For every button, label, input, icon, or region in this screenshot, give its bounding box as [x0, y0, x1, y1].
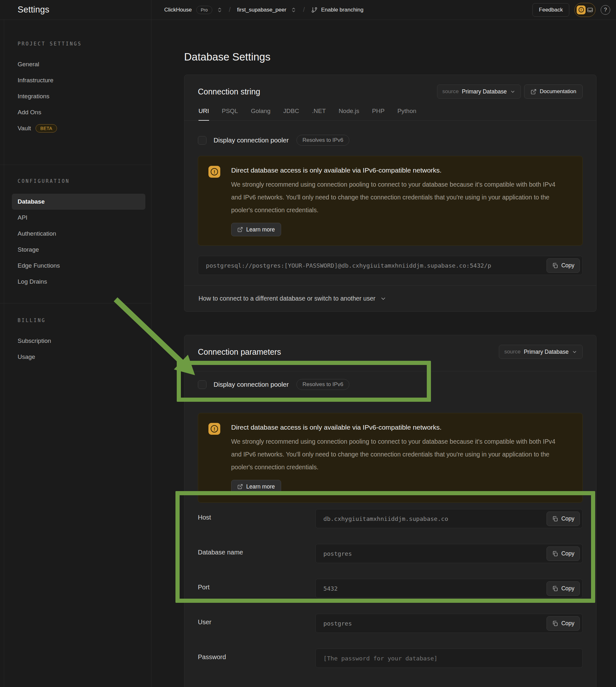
- documentation-label: Documentation: [540, 88, 576, 95]
- pooler-label: Display connection pooler: [214, 381, 289, 388]
- display-connection-pooler-checkbox[interactable]: [198, 380, 206, 389]
- display-connection-pooler-checkbox[interactable]: [198, 136, 206, 145]
- learn-more-button[interactable]: Learn more: [231, 480, 281, 493]
- copy-button[interactable]: Copy: [547, 581, 580, 596]
- copy-button[interactable]: Copy: [547, 512, 580, 526]
- external-link-icon: [237, 484, 243, 489]
- copy-button[interactable]: Copy: [547, 547, 580, 561]
- page-header-title: Settings: [18, 5, 49, 15]
- chevron-down-icon: [380, 295, 387, 302]
- tab-golang[interactable]: Golang: [251, 108, 270, 121]
- notifications-button[interactable]: !: [574, 3, 595, 17]
- breadcrumb-divider: /: [301, 6, 307, 14]
- sidebar-item-integrations[interactable]: Integrations: [18, 88, 138, 104]
- sidebar-item-storage[interactable]: Storage: [18, 242, 138, 258]
- database-name-row: Database name Copy: [198, 544, 583, 563]
- enable-branching-button[interactable]: Enable branching: [311, 7, 364, 13]
- learn-more-label: Learn more: [246, 483, 275, 490]
- breadcrumb: ClickHouse Pro / first_supabase_peer / E…: [151, 0, 532, 20]
- enable-branching-label: Enable branching: [321, 7, 364, 13]
- sidebar-section-project-settings: PROJECT SETTINGS General Infrastructure …: [0, 20, 151, 164]
- copy-label: Copy: [561, 515, 574, 522]
- sidebar-item-general[interactable]: General: [18, 56, 138, 72]
- sidebar-item-api[interactable]: API: [18, 210, 138, 226]
- sidebar-item-infrastructure[interactable]: Infrastructure: [18, 72, 138, 88]
- warning-icon: !: [208, 166, 220, 178]
- app-window: Settings ClickHouse Pro / first_supabase…: [0, 0, 616, 687]
- user-input[interactable]: [316, 614, 582, 633]
- warning-icon: !: [208, 423, 220, 435]
- sidebar-item-subscription[interactable]: Subscription: [18, 333, 138, 349]
- port-input[interactable]: [316, 579, 582, 598]
- connection-parameter-fields: Host Copy Database name: [198, 509, 583, 668]
- help-button[interactable]: ?: [601, 5, 610, 15]
- chevrons-up-down-icon[interactable]: [217, 7, 222, 13]
- sidebar-item-edge-functions[interactable]: Edge Functions: [18, 258, 138, 274]
- breadcrumb-org[interactable]: ClickHouse: [164, 7, 192, 13]
- tab-uri[interactable]: URI: [198, 108, 209, 121]
- source-select-prefix: source: [504, 349, 521, 355]
- chevrons-up-down-icon[interactable]: [291, 7, 296, 13]
- header-actions: Feedback ! ?: [532, 0, 616, 20]
- left-rail-divider: [4, 0, 4, 687]
- host-input[interactable]: [316, 509, 582, 528]
- git-branch-icon: [311, 7, 317, 13]
- section-label: CONFIGURATION: [18, 178, 138, 184]
- copy-icon: [552, 585, 558, 592]
- tab-nodejs[interactable]: Node.js: [339, 108, 359, 121]
- pooler-row: Display connection pooler Resolves to IP…: [198, 135, 583, 146]
- source-select[interactable]: source Primary Database: [499, 345, 583, 359]
- copy-button[interactable]: Copy: [547, 258, 580, 273]
- tab-jdbc[interactable]: JDBC: [283, 108, 299, 121]
- source-select-prefix: source: [442, 88, 459, 95]
- card-title: Connection string: [198, 87, 260, 96]
- source-select-value: Primary Database: [524, 349, 569, 355]
- connection-help-toggle[interactable]: How to connect to a different database o…: [184, 285, 596, 311]
- ipv6-warning: ! Direct database access is only availab…: [198, 413, 583, 503]
- learn-more-button[interactable]: Learn more: [231, 223, 281, 236]
- connection-string-card: Connection string source Primary Databas…: [184, 74, 596, 312]
- top-header: Settings ClickHouse Pro / first_supabase…: [0, 0, 616, 20]
- section-label: BILLING: [18, 317, 138, 323]
- warning-body: We strongly recommend using connection p…: [231, 178, 561, 216]
- database-name-input[interactable]: [316, 544, 582, 563]
- sidebar-item-usage[interactable]: Usage: [18, 349, 138, 365]
- password-input[interactable]: [316, 649, 582, 667]
- sidebar-item-authentication[interactable]: Authentication: [18, 226, 138, 242]
- copy-button[interactable]: Copy: [547, 616, 580, 631]
- sidebar-item-add-ons[interactable]: Add Ons: [18, 104, 138, 120]
- copy-icon: [552, 620, 558, 626]
- tab-dotnet[interactable]: .NET: [312, 108, 326, 121]
- sidebar-item-log-drains[interactable]: Log Drains: [18, 274, 138, 290]
- tab-php[interactable]: PHP: [372, 108, 384, 121]
- field-label: Password: [198, 648, 315, 661]
- sidebar-item-vault[interactable]: Vault BETA: [18, 120, 138, 136]
- field-label: Host: [198, 509, 315, 521]
- sidebar-item-database[interactable]: Database: [12, 194, 145, 210]
- ipv6-warning: ! Direct database access is only availab…: [198, 156, 583, 246]
- sidebar-section-configuration: CONFIGURATION Database API Authenticatio…: [0, 164, 151, 303]
- pooler-row: Display connection pooler Resolves to IP…: [198, 379, 583, 390]
- connection-string-input[interactable]: [198, 256, 582, 275]
- warning-title: Direct database access is only available…: [231, 166, 561, 175]
- copy-icon: [552, 263, 558, 269]
- tab-psql[interactable]: PSQL: [222, 108, 238, 121]
- copy-label: Copy: [561, 262, 574, 269]
- connection-string-tabs: URI PSQL Golang JDBC .NET Node.js PHP Py…: [184, 108, 596, 121]
- source-select[interactable]: source Primary Database: [437, 85, 521, 98]
- sidebar-section-billing: BILLING Subscription Usage: [0, 303, 151, 365]
- host-row: Host Copy: [198, 509, 583, 528]
- field-label: User: [198, 614, 315, 626]
- documentation-button[interactable]: Documentation: [524, 85, 583, 98]
- sidebar-item-label: Vault: [18, 125, 31, 132]
- breadcrumb-project[interactable]: first_supabase_peer: [237, 7, 286, 13]
- main-content: Database Settings Connection string sour…: [151, 20, 616, 687]
- external-link-icon: [237, 227, 243, 232]
- resolves-ipv6-badge: Resolves to IPv6: [296, 379, 350, 390]
- tab-python[interactable]: Python: [397, 108, 416, 121]
- connection-string-field: Copy: [198, 256, 583, 275]
- pooler-label: Display connection pooler: [214, 136, 289, 144]
- inbox-icon: [587, 7, 593, 13]
- warning-title: Direct database access is only available…: [231, 423, 561, 432]
- feedback-button[interactable]: Feedback: [532, 3, 569, 17]
